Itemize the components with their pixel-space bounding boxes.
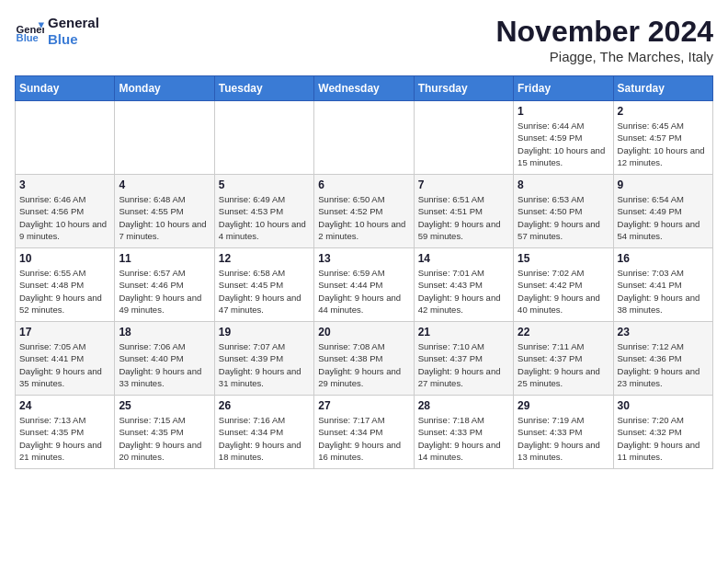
calendar-week-4: 17Sunrise: 7:05 AM Sunset: 4:41 PM Dayli… <box>16 322 713 396</box>
col-header-sunday: Sunday <box>16 76 115 101</box>
calendar-cell <box>115 101 214 175</box>
calendar-cell <box>16 101 115 175</box>
day-number: 27 <box>318 399 409 412</box>
day-number: 28 <box>418 399 509 412</box>
day-info: Sunrise: 6:48 AM Sunset: 4:55 PM Dayligh… <box>119 193 210 242</box>
day-info: Sunrise: 7:12 AM Sunset: 4:36 PM Dayligh… <box>618 340 709 389</box>
calendar-week-1: 1Sunrise: 6:44 AM Sunset: 4:59 PM Daylig… <box>16 101 713 175</box>
calendar-cell: 28Sunrise: 7:18 AM Sunset: 4:33 PM Dayli… <box>414 396 513 469</box>
day-info: Sunrise: 7:18 AM Sunset: 4:33 PM Dayligh… <box>418 414 509 463</box>
day-number: 30 <box>618 399 709 412</box>
day-number: 10 <box>19 252 110 265</box>
day-number: 17 <box>19 326 110 339</box>
day-info: Sunrise: 6:45 AM Sunset: 4:57 PM Dayligh… <box>618 120 709 168</box>
calendar-cell: 6Sunrise: 6:50 AM Sunset: 4:52 PM Daylig… <box>314 175 414 248</box>
calendar-cell: 7Sunrise: 6:51 AM Sunset: 4:51 PM Daylig… <box>414 175 513 248</box>
day-number: 2 <box>618 105 709 118</box>
day-info: Sunrise: 6:59 AM Sunset: 4:44 PM Dayligh… <box>318 267 409 316</box>
logo-general: General <box>48 15 99 31</box>
day-number: 16 <box>618 252 709 265</box>
calendar-cell <box>314 101 414 175</box>
calendar-cell: 25Sunrise: 7:15 AM Sunset: 4:35 PM Dayli… <box>115 396 214 469</box>
day-number: 8 <box>518 178 609 191</box>
day-info: Sunrise: 6:50 AM Sunset: 4:52 PM Dayligh… <box>318 193 409 242</box>
day-number: 19 <box>219 326 310 339</box>
calendar-cell: 11Sunrise: 6:57 AM Sunset: 4:46 PM Dayli… <box>115 248 214 322</box>
col-header-saturday: Saturday <box>613 76 712 101</box>
day-number: 14 <box>418 252 509 265</box>
calendar-week-2: 3Sunrise: 6:46 AM Sunset: 4:56 PM Daylig… <box>16 175 713 248</box>
day-number: 22 <box>518 326 609 339</box>
calendar-cell: 23Sunrise: 7:12 AM Sunset: 4:36 PM Dayli… <box>613 322 712 396</box>
calendar-cell: 14Sunrise: 7:01 AM Sunset: 4:43 PM Dayli… <box>414 248 513 322</box>
calendar-cell: 30Sunrise: 7:20 AM Sunset: 4:32 PM Dayli… <box>613 396 712 469</box>
day-number: 13 <box>318 252 409 265</box>
calendar-cell: 24Sunrise: 7:13 AM Sunset: 4:35 PM Dayli… <box>16 396 115 469</box>
day-info: Sunrise: 7:20 AM Sunset: 4:32 PM Dayligh… <box>618 414 709 463</box>
day-info: Sunrise: 6:54 AM Sunset: 4:49 PM Dayligh… <box>618 193 709 242</box>
day-number: 26 <box>219 399 310 412</box>
page-header: General Blue General Blue November 2024 … <box>15 15 713 64</box>
col-header-wednesday: Wednesday <box>314 76 414 101</box>
day-info: Sunrise: 6:55 AM Sunset: 4:48 PM Dayligh… <box>19 267 110 316</box>
logo-blue: Blue <box>48 31 99 48</box>
month-title: November 2024 <box>495 15 713 49</box>
day-info: Sunrise: 6:58 AM Sunset: 4:45 PM Dayligh… <box>219 267 310 316</box>
calendar-week-5: 24Sunrise: 7:13 AM Sunset: 4:35 PM Dayli… <box>16 396 713 469</box>
calendar-cell: 17Sunrise: 7:05 AM Sunset: 4:41 PM Dayli… <box>16 322 115 396</box>
day-number: 23 <box>618 326 709 339</box>
calendar-cell: 20Sunrise: 7:08 AM Sunset: 4:38 PM Dayli… <box>314 322 414 396</box>
day-info: Sunrise: 6:46 AM Sunset: 4:56 PM Dayligh… <box>19 193 110 242</box>
day-info: Sunrise: 7:15 AM Sunset: 4:35 PM Dayligh… <box>119 414 210 463</box>
day-number: 9 <box>618 178 709 191</box>
calendar-cell: 15Sunrise: 7:02 AM Sunset: 4:42 PM Dayli… <box>514 248 613 322</box>
day-info: Sunrise: 7:10 AM Sunset: 4:37 PM Dayligh… <box>418 340 509 389</box>
day-number: 7 <box>418 178 509 191</box>
location: Piagge, The Marches, Italy <box>495 49 713 64</box>
day-number: 1 <box>518 105 609 118</box>
day-number: 11 <box>119 252 210 265</box>
day-info: Sunrise: 7:03 AM Sunset: 4:41 PM Dayligh… <box>618 267 709 316</box>
svg-text:Blue: Blue <box>17 32 39 43</box>
calendar-cell: 10Sunrise: 6:55 AM Sunset: 4:48 PM Dayli… <box>16 248 115 322</box>
day-info: Sunrise: 6:53 AM Sunset: 4:50 PM Dayligh… <box>518 193 609 242</box>
calendar-cell: 13Sunrise: 6:59 AM Sunset: 4:44 PM Dayli… <box>314 248 414 322</box>
day-number: 3 <box>19 178 110 191</box>
day-info: Sunrise: 7:05 AM Sunset: 4:41 PM Dayligh… <box>19 340 110 389</box>
calendar-body: 1Sunrise: 6:44 AM Sunset: 4:59 PM Daylig… <box>16 101 713 469</box>
col-header-tuesday: Tuesday <box>214 76 313 101</box>
day-info: Sunrise: 7:07 AM Sunset: 4:39 PM Dayligh… <box>219 340 310 389</box>
logo-icon: General Blue <box>15 17 44 46</box>
calendar-cell: 3Sunrise: 6:46 AM Sunset: 4:56 PM Daylig… <box>16 175 115 248</box>
day-number: 20 <box>318 326 409 339</box>
day-info: Sunrise: 7:02 AM Sunset: 4:42 PM Dayligh… <box>518 267 609 316</box>
col-header-thursday: Thursday <box>414 76 513 101</box>
day-info: Sunrise: 7:01 AM Sunset: 4:43 PM Dayligh… <box>418 267 509 316</box>
day-number: 4 <box>119 178 210 191</box>
day-info: Sunrise: 7:19 AM Sunset: 4:33 PM Dayligh… <box>518 414 609 463</box>
day-info: Sunrise: 6:49 AM Sunset: 4:53 PM Dayligh… <box>219 193 310 242</box>
calendar-cell: 22Sunrise: 7:11 AM Sunset: 4:37 PM Dayli… <box>514 322 613 396</box>
day-number: 12 <box>219 252 310 265</box>
calendar-cell: 12Sunrise: 6:58 AM Sunset: 4:45 PM Dayli… <box>214 248 313 322</box>
calendar-cell: 4Sunrise: 6:48 AM Sunset: 4:55 PM Daylig… <box>115 175 214 248</box>
day-info: Sunrise: 7:06 AM Sunset: 4:40 PM Dayligh… <box>119 340 210 389</box>
day-number: 15 <box>518 252 609 265</box>
day-info: Sunrise: 7:16 AM Sunset: 4:34 PM Dayligh… <box>219 414 310 463</box>
day-number: 24 <box>19 399 110 412</box>
calendar-cell <box>214 101 313 175</box>
title-block: November 2024 Piagge, The Marches, Italy <box>495 15 713 64</box>
calendar-cell: 16Sunrise: 7:03 AM Sunset: 4:41 PM Dayli… <box>613 248 712 322</box>
day-number: 29 <box>518 399 609 412</box>
day-number: 5 <box>219 178 310 191</box>
calendar-cell <box>414 101 513 175</box>
day-number: 18 <box>119 326 210 339</box>
calendar-cell: 9Sunrise: 6:54 AM Sunset: 4:49 PM Daylig… <box>613 175 712 248</box>
day-info: Sunrise: 7:11 AM Sunset: 4:37 PM Dayligh… <box>518 340 609 389</box>
day-number: 25 <box>119 399 210 412</box>
col-header-friday: Friday <box>514 76 613 101</box>
day-number: 21 <box>418 326 509 339</box>
calendar-cell: 1Sunrise: 6:44 AM Sunset: 4:59 PM Daylig… <box>514 101 613 175</box>
calendar-cell: 27Sunrise: 7:17 AM Sunset: 4:34 PM Dayli… <box>314 396 414 469</box>
calendar-header-row: SundayMondayTuesdayWednesdayThursdayFrid… <box>16 76 713 101</box>
